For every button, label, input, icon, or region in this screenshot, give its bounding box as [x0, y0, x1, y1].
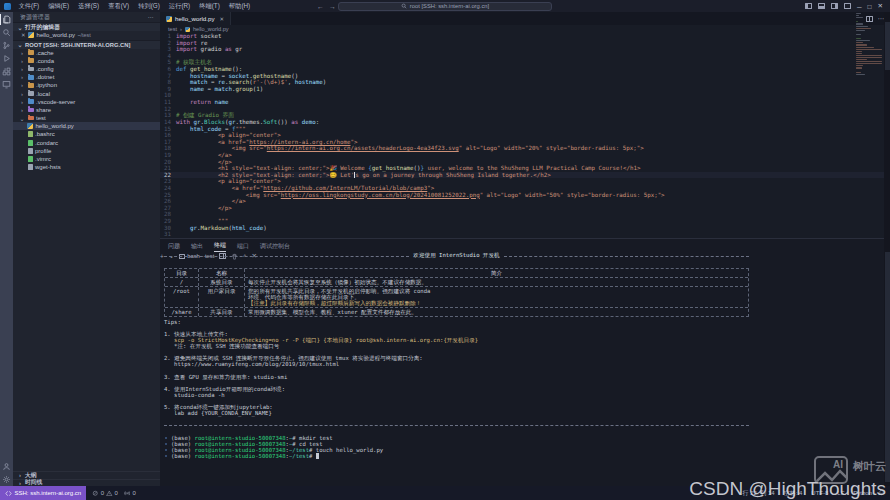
tree-item--ipython[interactable]: ›.ipython	[13, 81, 160, 89]
tree-item-wget-hsts[interactable]: wget-hsts	[13, 163, 160, 171]
code-line-29[interactable]: 29 """	[160, 218, 884, 225]
close-icon[interactable]: ✕	[21, 32, 26, 38]
panel-tab-0[interactable]: 问题	[168, 240, 180, 252]
tree-item-profile[interactable]: profile	[13, 147, 160, 155]
code-line-19[interactable]: 19 </a>	[160, 152, 884, 159]
tree-item-test[interactable]: ⌄test	[13, 114, 160, 122]
code-line-30[interactable]: 30 gr.Markdown(html_code)	[160, 225, 884, 232]
editor-scrollbar[interactable]	[885, 22, 890, 70]
tree-item--conda[interactable]: ›.conda	[13, 57, 160, 65]
status-language-mode[interactable]: Python	[853, 490, 872, 496]
menu-help[interactable]: 帮助(H)	[224, 0, 254, 12]
ports-indicator[interactable]: 0	[124, 490, 136, 497]
tree-item--local[interactable]: ›.local	[13, 89, 160, 97]
code-line-13[interactable]: 13# 创建 Gradio 界面	[160, 112, 884, 119]
terminal-scrollbar[interactable]	[885, 252, 890, 482]
code-line-26[interactable]: 26 </a>	[160, 198, 884, 205]
maximize-button[interactable]: □	[868, 3, 872, 10]
code-editor[interactable]: 1import socket2import re3import gradio a…	[160, 33, 884, 238]
workspace-root-section[interactable]: ⌄ ROOT [SSH: SSH.INTERN-AI.ORG.CN]	[13, 40, 160, 49]
tree-item-share[interactable]: ›share	[13, 106, 160, 114]
menu-selection[interactable]: 选择(S)	[74, 0, 104, 12]
forward-icon[interactable]: →	[329, 3, 336, 10]
code-line-27[interactable]: 27 </p>	[160, 205, 884, 212]
code-line-9[interactable]: 9 name = match.group(1)	[160, 86, 884, 93]
code-line-22[interactable]: 22 <h2 style="text-align: center;">😊 Let…	[160, 172, 884, 179]
code-line-14[interactable]: 14with gr.Blocks(gr.themes.Soft()) as de…	[160, 119, 884, 126]
minimap[interactable]	[856, 13, 882, 228]
notifications-bell-icon[interactable]	[878, 489, 890, 497]
remote-explorer-icon[interactable]	[0, 78, 13, 91]
code-line-4[interactable]: 4	[160, 53, 884, 60]
code-line-5[interactable]: 5# 获取主机名	[160, 59, 884, 66]
menu-view[interactable]: 查看(V)	[104, 0, 134, 12]
customize-layout-icon[interactable]	[844, 3, 851, 9]
code-line-31[interactable]: 31	[160, 231, 884, 238]
extensions-icon[interactable]	[0, 65, 13, 78]
tab-close-icon[interactable]: ✕	[220, 16, 225, 22]
tab-hello-world-py[interactable]: hello_world.py ✕	[160, 12, 231, 25]
code-line-25[interactable]: 25 <img src="https://oss.lingkongstudy.c…	[160, 192, 884, 199]
tree-item--config[interactable]: ›.config	[13, 65, 160, 73]
code-line-28[interactable]: 28	[160, 211, 884, 218]
code-line-23[interactable]: 23 <p align="center">	[160, 178, 884, 185]
menu-terminal[interactable]: 终端(T)	[195, 0, 225, 12]
close-button[interactable]: ✕	[878, 2, 883, 10]
remote-indicator[interactable]: SSH: ssh.intern-ai.org.cn	[0, 486, 86, 500]
code-line-10[interactable]: 10	[160, 92, 884, 99]
code-line-3[interactable]: 3import gradio as gr	[160, 46, 884, 53]
command-center[interactable]: root [SSH: ssh.intern-ai.org.cn]	[338, 2, 552, 11]
code-line-8[interactable]: 8 match = re.search(r'-(\d+)$', hostname…	[160, 79, 884, 86]
code-line-6[interactable]: 6def get_hostname():	[160, 66, 884, 73]
code-line-16[interactable]: 16 <p align="center">	[160, 132, 884, 139]
code-line-12[interactable]: 12	[160, 106, 884, 113]
code-line-24[interactable]: 24 <a href="https://github.com/InternLM/…	[160, 185, 884, 192]
code-line-7[interactable]: 7 hostname = socket.gethostname()	[160, 73, 884, 80]
panel-tab-3[interactable]: 端口	[237, 240, 249, 252]
menu-go[interactable]: 转到(G)	[134, 0, 165, 12]
timeline-section[interactable]: › 时间线	[13, 479, 160, 487]
tree-item--vscode-server[interactable]: ›.vscode-server	[13, 98, 160, 106]
run-debug-icon[interactable]	[0, 52, 13, 65]
toggle-secondary-sidebar-icon[interactable]	[831, 3, 838, 9]
tree-item--bashrc[interactable]: .bashrc	[13, 130, 160, 138]
status-cursor-position[interactable]: 行 22, 列 14	[743, 489, 775, 498]
tree-item--dotnet[interactable]: ›.dotnet	[13, 73, 160, 81]
open-editors-section[interactable]: ⌄ 打开的编辑器	[13, 22, 160, 31]
toggle-panel-icon[interactable]	[818, 3, 825, 9]
menu-edit[interactable]: 编辑(E)	[44, 0, 74, 12]
panel-tab-4[interactable]: 调试控制台	[260, 240, 290, 252]
tree-item--cache[interactable]: ›.cache	[13, 49, 160, 57]
breadcrumb-folder[interactable]: test	[168, 26, 177, 32]
menu-run[interactable]: 运行(R)	[164, 0, 194, 12]
settings-gear-icon[interactable]	[0, 473, 13, 486]
terminal-output[interactable]: 欢迎使用 InternStudio 开发机目录名称简介/系统目录每次停止开发机会…	[164, 253, 880, 484]
menu-file[interactable]: 文件(F)	[14, 0, 44, 12]
code-line-15[interactable]: 15 html_code = f"""	[160, 126, 884, 133]
problems-indicator[interactable]: 0 0	[92, 490, 118, 497]
tree-item-hello-world-py[interactable]: hello_world.py	[13, 122, 160, 130]
code-line-11[interactable]: 11 return name	[160, 99, 884, 106]
status-indentation[interactable]: 空格: 4	[784, 489, 803, 498]
explorer-icon[interactable]	[0, 13, 13, 26]
open-editor-item[interactable]: ✕ hello_world.py ~/test	[13, 31, 160, 40]
panel-tab-2[interactable]: 终端	[214, 239, 226, 252]
views-more-icon[interactable]: ⋯	[148, 14, 154, 20]
minimize-button[interactable]: ─	[857, 3, 862, 10]
status-eol[interactable]: LF	[837, 490, 844, 496]
back-icon[interactable]: ←	[317, 3, 324, 10]
breadcrumb-file[interactable]: hello_world.py	[193, 26, 229, 32]
code-line-17[interactable]: 17 <a href="https://intern-ai.org.cn/hom…	[160, 139, 884, 146]
account-icon[interactable]	[0, 460, 13, 473]
code-line-2[interactable]: 2import re	[160, 40, 884, 47]
source-control-icon[interactable]	[0, 39, 13, 52]
code-line-18[interactable]: 18 <img src="https://intern-ai.org.cn/as…	[160, 145, 884, 152]
breadcrumb[interactable]: test › hello_world.py	[160, 25, 890, 33]
tree-item--condarc[interactable]: .condarc	[13, 139, 160, 147]
status-encoding[interactable]: UTF-8	[811, 490, 828, 496]
tree-item--vimrc[interactable]: .vimrc	[13, 155, 160, 163]
toggle-sidebar-icon[interactable]	[805, 3, 812, 9]
code-line-21[interactable]: 21 <h1 style="text-align: center;">🎉 Wel…	[160, 165, 884, 172]
search-icon[interactable]	[0, 26, 13, 39]
panel-tab-1[interactable]: 输出	[191, 240, 203, 252]
